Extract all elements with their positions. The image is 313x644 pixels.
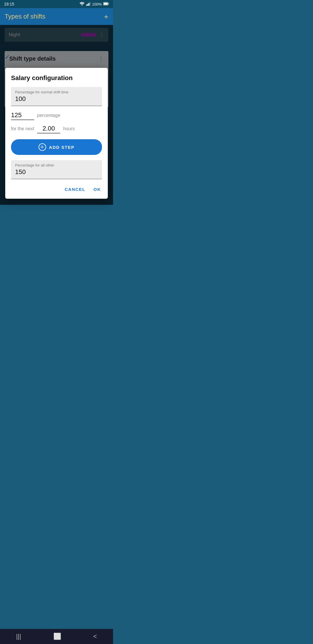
add-step-button[interactable]: + ADD STEP <box>11 139 102 155</box>
svg-rect-3 <box>88 3 89 6</box>
salary-config-dialog: Salary configuration Percentage for norm… <box>5 68 108 199</box>
add-step-icon: + <box>39 143 46 151</box>
app-title: Types of shifts <box>5 13 46 20</box>
dialog-actions: CANCEL OK <box>11 185 102 193</box>
dialog-title: Salary configuration <box>11 74 102 82</box>
all-other-value: 150 <box>15 168 98 176</box>
svg-rect-7 <box>108 3 109 4</box>
hours-suffix-label: hours <box>63 126 75 131</box>
app-bar: Types of shifts + <box>0 8 113 25</box>
svg-rect-6 <box>104 3 108 5</box>
svg-rect-4 <box>90 2 90 6</box>
background-content: Night ⋮ ✓ Shift type details ⋮ Name (15 … <box>0 25 113 205</box>
all-other-label: Percentage for all other <box>15 163 98 167</box>
add-button[interactable]: + <box>104 12 108 21</box>
normal-shift-label: Percentage for normal shift time <box>15 90 98 94</box>
add-step-label: ADD STEP <box>49 145 74 150</box>
dialog-ok-button[interactable]: OK <box>92 185 102 193</box>
battery-icon <box>103 2 109 6</box>
battery-text: 100% <box>92 2 102 6</box>
step-percentage-row: percentage <box>11 111 102 120</box>
signal-icon <box>86 2 91 7</box>
normal-shift-value: 100 <box>15 95 98 103</box>
status-time: 19:15 <box>4 2 14 6</box>
dialog-cancel-button[interactable]: CANCEL <box>63 185 87 193</box>
normal-shift-field[interactable]: Percentage for normal shift time 100 <box>11 87 102 106</box>
hours-row: for the next hours <box>11 124 102 133</box>
hours-input[interactable] <box>37 124 60 133</box>
svg-rect-2 <box>87 4 88 6</box>
wifi-icon <box>79 2 85 7</box>
percentage-label: percentage <box>37 113 60 118</box>
status-icons: 100% <box>79 2 109 7</box>
status-bar: 19:15 100% <box>0 0 113 8</box>
step-percentage-input[interactable] <box>11 111 34 120</box>
all-other-field[interactable]: Percentage for all other 150 <box>11 160 102 179</box>
for-the-next-label: for the next <box>11 126 34 131</box>
svg-point-0 <box>81 5 82 6</box>
svg-rect-1 <box>86 5 87 6</box>
